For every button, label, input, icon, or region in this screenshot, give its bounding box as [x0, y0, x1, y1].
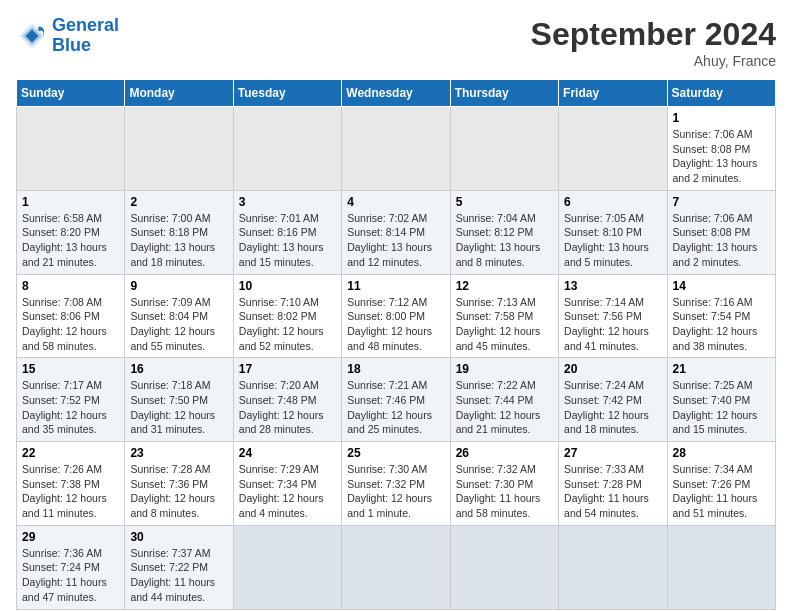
day-number: 2	[130, 195, 227, 209]
calendar-cell: 4Sunrise: 7:02 AM Sunset: 8:14 PM Daylig…	[342, 190, 450, 274]
col-header-monday: Monday	[125, 80, 233, 107]
logo-text: General Blue	[52, 16, 119, 56]
day-number: 26	[456, 446, 553, 460]
day-number: 19	[456, 362, 553, 376]
calendar-week-row: 15Sunrise: 7:17 AM Sunset: 7:52 PM Dayli…	[17, 358, 776, 442]
calendar-cell: 12Sunrise: 7:13 AM Sunset: 7:58 PM Dayli…	[450, 274, 558, 358]
col-header-wednesday: Wednesday	[342, 80, 450, 107]
calendar-cell: 9Sunrise: 7:09 AM Sunset: 8:04 PM Daylig…	[125, 274, 233, 358]
day-detail: Sunrise: 7:21 AM Sunset: 7:46 PM Dayligh…	[347, 378, 444, 437]
day-detail: Sunrise: 7:33 AM Sunset: 7:28 PM Dayligh…	[564, 462, 661, 521]
day-detail: Sunrise: 7:17 AM Sunset: 7:52 PM Dayligh…	[22, 378, 119, 437]
calendar-cell: 21Sunrise: 7:25 AM Sunset: 7:40 PM Dayli…	[667, 358, 775, 442]
day-detail: Sunrise: 7:37 AM Sunset: 7:22 PM Dayligh…	[130, 546, 227, 605]
calendar-week-row: 1Sunrise: 7:06 AM Sunset: 8:08 PM Daylig…	[17, 107, 776, 191]
calendar-cell	[17, 107, 125, 191]
day-detail: Sunrise: 7:16 AM Sunset: 7:54 PM Dayligh…	[673, 295, 770, 354]
calendar-cell: 20Sunrise: 7:24 AM Sunset: 7:42 PM Dayli…	[559, 358, 667, 442]
calendar-cell: 16Sunrise: 7:18 AM Sunset: 7:50 PM Dayli…	[125, 358, 233, 442]
calendar-cell: 27Sunrise: 7:33 AM Sunset: 7:28 PM Dayli…	[559, 442, 667, 526]
calendar-cell: 15Sunrise: 7:17 AM Sunset: 7:52 PM Dayli…	[17, 358, 125, 442]
day-number: 16	[130, 362, 227, 376]
calendar-cell	[559, 525, 667, 609]
calendar-cell: 30Sunrise: 7:37 AM Sunset: 7:22 PM Dayli…	[125, 525, 233, 609]
day-detail: Sunrise: 7:12 AM Sunset: 8:00 PM Dayligh…	[347, 295, 444, 354]
day-number: 30	[130, 530, 227, 544]
day-detail: Sunrise: 7:01 AM Sunset: 8:16 PM Dayligh…	[239, 211, 336, 270]
month-title: September 2024	[531, 16, 776, 53]
day-number: 29	[22, 530, 119, 544]
day-detail: Sunrise: 7:06 AM Sunset: 8:08 PM Dayligh…	[673, 127, 770, 186]
day-number: 12	[456, 279, 553, 293]
day-number: 18	[347, 362, 444, 376]
day-number: 9	[130, 279, 227, 293]
day-detail: Sunrise: 7:04 AM Sunset: 8:12 PM Dayligh…	[456, 211, 553, 270]
day-detail: Sunrise: 7:30 AM Sunset: 7:32 PM Dayligh…	[347, 462, 444, 521]
calendar-cell: 24Sunrise: 7:29 AM Sunset: 7:34 PM Dayli…	[233, 442, 341, 526]
location: Ahuy, France	[531, 53, 776, 69]
day-detail: Sunrise: 7:25 AM Sunset: 7:40 PM Dayligh…	[673, 378, 770, 437]
calendar-cell	[342, 525, 450, 609]
day-detail: Sunrise: 7:32 AM Sunset: 7:30 PM Dayligh…	[456, 462, 553, 521]
calendar-cell	[233, 525, 341, 609]
day-number: 23	[130, 446, 227, 460]
day-number: 8	[22, 279, 119, 293]
calendar-cell	[667, 525, 775, 609]
calendar-cell: 7Sunrise: 7:06 AM Sunset: 8:08 PM Daylig…	[667, 190, 775, 274]
day-number: 15	[22, 362, 119, 376]
calendar-cell: 5Sunrise: 7:04 AM Sunset: 8:12 PM Daylig…	[450, 190, 558, 274]
day-number: 27	[564, 446, 661, 460]
day-detail: Sunrise: 7:09 AM Sunset: 8:04 PM Dayligh…	[130, 295, 227, 354]
calendar-cell: 26Sunrise: 7:32 AM Sunset: 7:30 PM Dayli…	[450, 442, 558, 526]
calendar-cell: 1Sunrise: 6:58 AM Sunset: 8:20 PM Daylig…	[17, 190, 125, 274]
calendar-cell: 14Sunrise: 7:16 AM Sunset: 7:54 PM Dayli…	[667, 274, 775, 358]
calendar-cell: 11Sunrise: 7:12 AM Sunset: 8:00 PM Dayli…	[342, 274, 450, 358]
calendar-cell: 10Sunrise: 7:10 AM Sunset: 8:02 PM Dayli…	[233, 274, 341, 358]
day-number: 24	[239, 446, 336, 460]
day-detail: Sunrise: 6:58 AM Sunset: 8:20 PM Dayligh…	[22, 211, 119, 270]
day-detail: Sunrise: 7:20 AM Sunset: 7:48 PM Dayligh…	[239, 378, 336, 437]
calendar-week-row: 29Sunrise: 7:36 AM Sunset: 7:24 PM Dayli…	[17, 525, 776, 609]
day-number: 3	[239, 195, 336, 209]
calendar-cell: 23Sunrise: 7:28 AM Sunset: 7:36 PM Dayli…	[125, 442, 233, 526]
day-detail: Sunrise: 7:05 AM Sunset: 8:10 PM Dayligh…	[564, 211, 661, 270]
calendar-cell: 1Sunrise: 7:06 AM Sunset: 8:08 PM Daylig…	[667, 107, 775, 191]
logo-line2: Blue	[52, 35, 91, 55]
calendar-cell: 8Sunrise: 7:08 AM Sunset: 8:06 PM Daylig…	[17, 274, 125, 358]
calendar-cell: 25Sunrise: 7:30 AM Sunset: 7:32 PM Dayli…	[342, 442, 450, 526]
day-number: 21	[673, 362, 770, 376]
calendar-week-row: 1Sunrise: 6:58 AM Sunset: 8:20 PM Daylig…	[17, 190, 776, 274]
day-detail: Sunrise: 7:18 AM Sunset: 7:50 PM Dayligh…	[130, 378, 227, 437]
page-header: General Blue September 2024 Ahuy, France	[16, 16, 776, 69]
calendar-cell	[559, 107, 667, 191]
calendar-cell: 22Sunrise: 7:26 AM Sunset: 7:38 PM Dayli…	[17, 442, 125, 526]
day-number: 25	[347, 446, 444, 460]
calendar-cell: 3Sunrise: 7:01 AM Sunset: 8:16 PM Daylig…	[233, 190, 341, 274]
day-detail: Sunrise: 7:14 AM Sunset: 7:56 PM Dayligh…	[564, 295, 661, 354]
day-number: 22	[22, 446, 119, 460]
day-number: 13	[564, 279, 661, 293]
calendar-cell	[125, 107, 233, 191]
calendar-cell: 18Sunrise: 7:21 AM Sunset: 7:46 PM Dayli…	[342, 358, 450, 442]
day-detail: Sunrise: 7:02 AM Sunset: 8:14 PM Dayligh…	[347, 211, 444, 270]
day-number: 10	[239, 279, 336, 293]
day-detail: Sunrise: 7:06 AM Sunset: 8:08 PM Dayligh…	[673, 211, 770, 270]
day-number: 1	[22, 195, 119, 209]
day-detail: Sunrise: 7:24 AM Sunset: 7:42 PM Dayligh…	[564, 378, 661, 437]
day-number: 28	[673, 446, 770, 460]
title-block: September 2024 Ahuy, France	[531, 16, 776, 69]
day-detail: Sunrise: 7:22 AM Sunset: 7:44 PM Dayligh…	[456, 378, 553, 437]
calendar-cell	[342, 107, 450, 191]
calendar-cell: 17Sunrise: 7:20 AM Sunset: 7:48 PM Dayli…	[233, 358, 341, 442]
col-header-thursday: Thursday	[450, 80, 558, 107]
day-detail: Sunrise: 7:28 AM Sunset: 7:36 PM Dayligh…	[130, 462, 227, 521]
day-detail: Sunrise: 7:29 AM Sunset: 7:34 PM Dayligh…	[239, 462, 336, 521]
day-detail: Sunrise: 7:34 AM Sunset: 7:26 PM Dayligh…	[673, 462, 770, 521]
day-detail: Sunrise: 7:26 AM Sunset: 7:38 PM Dayligh…	[22, 462, 119, 521]
day-number: 14	[673, 279, 770, 293]
calendar-week-row: 8Sunrise: 7:08 AM Sunset: 8:06 PM Daylig…	[17, 274, 776, 358]
calendar-cell: 6Sunrise: 7:05 AM Sunset: 8:10 PM Daylig…	[559, 190, 667, 274]
day-number: 7	[673, 195, 770, 209]
logo-line1: General	[52, 15, 119, 35]
day-number: 11	[347, 279, 444, 293]
